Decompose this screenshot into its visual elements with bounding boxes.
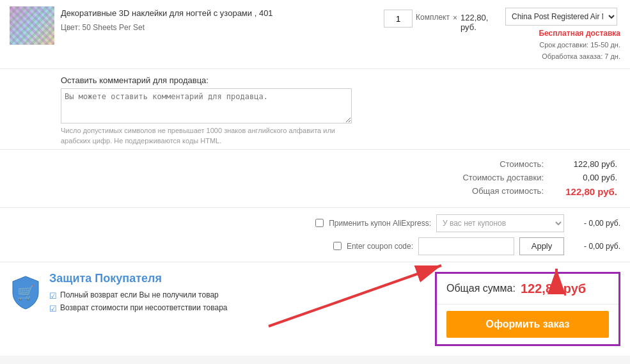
times-symbol: ×	[453, 10, 457, 22]
order-total-box: Общая сумма: 122,80 руб Оформить заказ	[435, 272, 620, 346]
buyer-protection: 🛒 Защита Покупателя ☑ Полный возврат есл…	[10, 272, 422, 316]
cost-label: Стоимость:	[457, 159, 553, 169]
order-button[interactable]: Оформить заказ	[446, 311, 609, 338]
delivery-cost-label: Стоимость доставки:	[457, 173, 553, 182]
aliexpress-coupon-row: Применить купон AliExpress: У вас нет ку…	[10, 214, 620, 232]
protection-item-1-text: Полный возврат если Вы не получили товар	[60, 290, 219, 299]
comment-label: Оставить комментарий для продавца:	[61, 75, 620, 85]
aliexpress-coupon-discount: - 0,00 руб.	[569, 219, 620, 228]
unit-label: Комплект	[416, 10, 450, 22]
comment-row: Оставить комментарий для продавца: Число…	[0, 69, 630, 150]
product-qty-price: Комплект × 122,80, руб.	[384, 6, 499, 62]
delivery-cost-row: Стоимость доставки: 0,00 руб.	[10, 173, 620, 182]
total-cost-row: Общая стоимость: 122,80 руб.	[10, 186, 620, 197]
product-info: Декоративные 3D наклейки для ногтей с уз…	[61, 6, 377, 62]
comment-hint: Число допустимых символов не превышает 1…	[61, 126, 352, 146]
total-cost-value: 122,80 руб.	[553, 186, 617, 197]
product-title: Декоративные 3D наклейки для ногтей с уз…	[61, 8, 377, 19]
free-shipping-label: Бесплатная доставка	[505, 29, 620, 38]
enter-coupon-row: Enter coupon code: Apply - 0,00 руб.	[10, 237, 620, 255]
delivery-info: Срок доставки: 15-50 дн. Обработка заказ…	[505, 40, 620, 62]
protection-item-2-text: Возврат стоимости при несоответствии тов…	[60, 303, 228, 312]
color-label: Цвет:	[61, 23, 80, 32]
product-thumbnail	[10, 6, 54, 45]
delivery-cost-value: 0,00 руб.	[553, 173, 617, 182]
processing-label: Обработка заказа:	[542, 52, 602, 60]
cost-row: Стоимость: 122,80 руб.	[10, 159, 620, 169]
aliexpress-coupon-checkbox[interactable]	[315, 219, 324, 227]
delivery-days: 15-50 дн.	[590, 41, 620, 49]
order-total-header: Общая сумма: 122,80 руб	[437, 274, 618, 305]
product-image	[10, 6, 54, 45]
product-color: Цвет: 50 Sheets Per Set	[61, 23, 377, 32]
protection-title: Защита Покупателя	[49, 272, 228, 285]
protection-content: Защита Покупателя ☑ Полный возврат если …	[49, 272, 228, 316]
shipping-select[interactable]: China Post Registered Air Mail China Pos…	[505, 8, 617, 26]
coupon-section: Применить купон AliExpress: У вас нет ку…	[0, 208, 630, 262]
order-total-value: 122,80 руб	[521, 281, 586, 296]
check-icon-2: ☑	[49, 304, 57, 313]
aliexpress-coupon-label: Применить купон AliExpress:	[329, 219, 431, 228]
protection-item-2: ☑ Возврат стоимости при несоответствии т…	[49, 303, 228, 313]
check-icon-1: ☑	[49, 291, 57, 301]
shipping-section: China Post Registered Air Mail China Pos…	[505, 6, 620, 62]
enter-coupon-discount: - 0,00 руб.	[569, 242, 620, 251]
order-btn-wrap: Оформить заказ	[437, 305, 618, 344]
price-currency: руб.	[461, 22, 476, 32]
coupon-code-input[interactable]	[418, 237, 514, 255]
comment-textarea[interactable]	[61, 88, 352, 123]
product-row: Декоративные 3D наклейки для ногтей с уз…	[0, 0, 630, 69]
shield-icon: 🛒	[10, 275, 42, 316]
cost-value: 122,80 руб.	[553, 159, 617, 169]
processing-days: 7 дн.	[604, 52, 620, 60]
bottom-section: 🛒 Защита Покупателя ☑ Полный возврат есл…	[0, 262, 630, 356]
delivery-label: Срок доставки:	[539, 41, 588, 49]
apply-button[interactable]: Apply	[519, 237, 564, 255]
price-value: 122,80, руб.	[461, 10, 488, 32]
color-value: 50 Sheets Per Set	[83, 23, 145, 32]
svg-text:🛒: 🛒	[17, 284, 35, 301]
enter-coupon-checkbox[interactable]	[333, 242, 342, 250]
protection-item-1: ☑ Полный возврат если Вы не получили тов…	[49, 290, 228, 301]
enter-coupon-label: Enter coupon code:	[347, 242, 413, 251]
aliexpress-coupon-select[interactable]: У вас нет купонов	[436, 214, 564, 232]
quantity-input[interactable]	[384, 10, 413, 28]
price-amount: 122,80	[461, 13, 486, 22]
summary-section: Стоимость: 122,80 руб. Стоимость доставк…	[0, 150, 630, 208]
total-cost-label: Общая стоимость:	[457, 186, 553, 197]
order-total-label: Общая сумма:	[446, 283, 516, 294]
